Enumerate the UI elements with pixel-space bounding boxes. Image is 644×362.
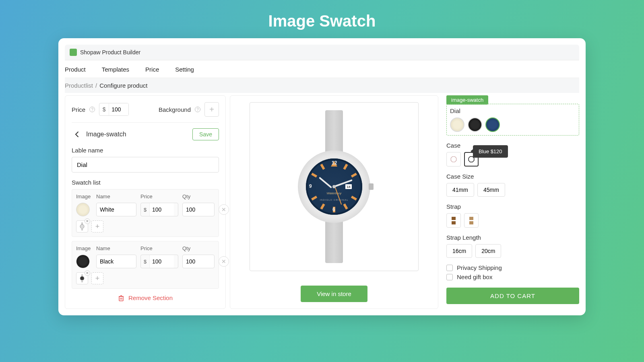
dial-option-group: Dial bbox=[446, 104, 579, 136]
help-icon[interactable]: ? bbox=[195, 107, 200, 112]
add-to-cart-button[interactable]: ADD TO CART bbox=[446, 288, 579, 304]
col-price: Price bbox=[140, 193, 178, 200]
delete-row-button[interactable]: ✕ bbox=[219, 256, 229, 267]
case-size-option[interactable]: 45mm bbox=[477, 183, 505, 197]
label-name-label: Lable name bbox=[72, 147, 219, 154]
center-panel: 12 9 6 14 Waterbury INDIGLO ORIGINAL bbox=[230, 95, 438, 309]
svg-rect-5 bbox=[81, 280, 83, 282]
view-in-store-button[interactable]: View in store bbox=[301, 286, 367, 302]
app-title: Shopaw Product Builder bbox=[80, 49, 140, 56]
col-name: Name bbox=[96, 193, 136, 200]
swatch-name-input[interactable] bbox=[96, 255, 136, 268]
add-background-button[interactable]: + bbox=[204, 102, 219, 117]
tab-price[interactable]: Price bbox=[145, 66, 159, 73]
swatch-qty-input[interactable] bbox=[182, 203, 215, 216]
gift-box-label: Need gift box bbox=[457, 274, 492, 280]
hero-title: Image Swatch bbox=[0, 0, 644, 38]
svg-marker-7 bbox=[451, 156, 456, 162]
currency-symbol: $ bbox=[141, 255, 150, 268]
back-chevron-icon[interactable] bbox=[72, 129, 82, 140]
sub-brand-text: INDIGLO ORIGINAL bbox=[306, 199, 362, 201]
left-panel: Price ? $ Background ? + bbox=[65, 95, 226, 309]
tab-templates[interactable]: Templates bbox=[102, 66, 129, 73]
svg-rect-2 bbox=[81, 228, 83, 230]
swatch-row-block: Image Name Price Qty $ ✕ bbox=[72, 189, 219, 237]
app-logo-icon bbox=[70, 49, 77, 56]
swatch-thumb-icon[interactable] bbox=[76, 203, 90, 216]
variant-thumb[interactable]: ✕ bbox=[76, 272, 88, 284]
strap-option-group: Strap bbox=[446, 203, 579, 228]
dial-swatch-white[interactable] bbox=[450, 117, 464, 132]
case-size-option-group: Case Size 41mm 45mm bbox=[446, 173, 579, 197]
date-window: 14 bbox=[345, 184, 352, 189]
swatch-row-block: Image Name Price Qty $ ✕ bbox=[72, 241, 219, 289]
remove-section-button[interactable]: Remove Section bbox=[72, 294, 219, 301]
svg-point-4 bbox=[80, 276, 84, 280]
privacy-shipping-label: Privacy Shipping bbox=[457, 264, 502, 271]
col-qty: Qty bbox=[182, 245, 215, 251]
case-option-group: Blue $120 Case bbox=[446, 142, 579, 167]
brand-text: Waterbury bbox=[306, 191, 362, 195]
watch-render: 12 9 6 14 Waterbury INDIGLO ORIGINAL bbox=[294, 110, 374, 263]
swatch-thumb-icon[interactable] bbox=[76, 255, 90, 268]
breadcrumb-current: Configure product bbox=[99, 82, 147, 89]
swatch-price-input[interactable] bbox=[150, 255, 174, 268]
add-variant-button[interactable]: + bbox=[91, 220, 103, 232]
tab-product[interactable]: Product bbox=[65, 66, 86, 73]
tab-setting[interactable]: Setting bbox=[175, 66, 194, 73]
label-name-input[interactable] bbox=[72, 157, 219, 173]
octagon-icon bbox=[450, 156, 457, 163]
case-label: Case bbox=[446, 142, 579, 149]
strap-swatch-tan[interactable] bbox=[464, 213, 479, 228]
dial-swatch-blue[interactable] bbox=[485, 117, 500, 132]
privacy-shipping-checkbox[interactable] bbox=[446, 265, 453, 271]
col-qty: Qty bbox=[182, 193, 215, 200]
gift-box-checkbox[interactable] bbox=[446, 274, 453, 280]
strap-length-label: Strap Length bbox=[446, 234, 579, 241]
price-input-wrap: $ bbox=[99, 103, 129, 116]
swatch-qty-input[interactable] bbox=[182, 255, 215, 268]
col-price: Price bbox=[140, 245, 178, 251]
variant-thumb[interactable]: ✕ bbox=[76, 220, 88, 232]
svg-point-1 bbox=[80, 224, 84, 228]
currency-symbol: $ bbox=[99, 103, 109, 115]
save-button[interactable]: Save bbox=[192, 128, 219, 140]
remove-section-label: Remove Section bbox=[128, 294, 173, 301]
currency-symbol: $ bbox=[141, 203, 150, 216]
remove-variant-icon[interactable]: ✕ bbox=[85, 270, 90, 276]
breadcrumb-parent[interactable]: Productlist bbox=[65, 82, 93, 89]
strap-swatch-brown[interactable] bbox=[446, 213, 461, 228]
col-image: Image bbox=[76, 245, 92, 251]
section-badge: image-swatch bbox=[446, 95, 488, 105]
add-variant-button[interactable]: + bbox=[91, 272, 103, 284]
strap-length-option[interactable]: 16cm bbox=[446, 244, 472, 258]
swatch-name-input[interactable] bbox=[96, 203, 136, 216]
help-icon[interactable]: ? bbox=[89, 107, 95, 112]
dial-swatch-black[interactable] bbox=[468, 117, 482, 132]
app-titlebar: Shopaw Product Builder bbox=[65, 45, 579, 60]
section-title: Image-swatch bbox=[86, 131, 126, 138]
case-size-label: Case Size bbox=[446, 173, 579, 180]
remove-variant-icon[interactable]: ✕ bbox=[85, 218, 90, 224]
product-preview: 12 9 6 14 Waterbury INDIGLO ORIGINAL bbox=[250, 102, 419, 271]
price-input[interactable] bbox=[109, 103, 128, 115]
case-swatch-round[interactable] bbox=[446, 152, 461, 167]
swatch-tooltip: Blue $120 bbox=[473, 145, 508, 158]
price-label: Price bbox=[72, 106, 85, 113]
right-panel: image-swatch Dial Blue $120 Case bbox=[442, 95, 579, 309]
swatch-price-input[interactable] bbox=[150, 203, 174, 216]
dial-label: Dial bbox=[450, 107, 576, 114]
trash-icon bbox=[118, 295, 124, 301]
background-label: Background bbox=[159, 106, 191, 113]
breadcrumb: Productlist / Configure product bbox=[65, 78, 579, 93]
app-window: Shopaw Product Builder Product Templates… bbox=[58, 38, 586, 315]
strap-length-option[interactable]: 20cm bbox=[475, 244, 501, 258]
col-image: Image bbox=[76, 193, 92, 200]
nav-tabs: Product Templates Price Setting bbox=[65, 60, 579, 78]
strap-length-option-group: Strap Length 16cm 20cm bbox=[446, 234, 579, 258]
breadcrumb-sep: / bbox=[95, 82, 97, 89]
delete-row-button[interactable]: ✕ bbox=[219, 204, 229, 215]
col-name: Name bbox=[96, 245, 136, 251]
strap-label: Strap bbox=[446, 203, 579, 210]
case-size-option[interactable]: 41mm bbox=[446, 183, 474, 197]
